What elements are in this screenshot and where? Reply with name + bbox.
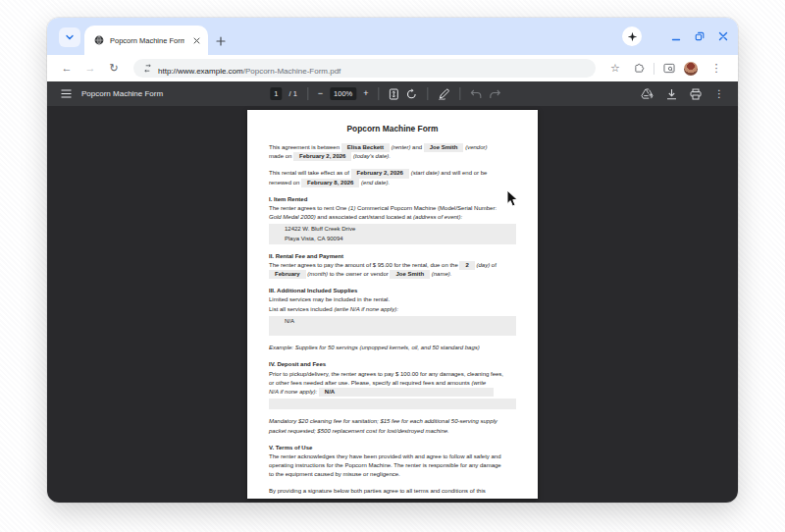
- plus-icon: [216, 36, 226, 46]
- pdf-action-buttons: ⋮: [641, 88, 724, 100]
- doc-text: renewed on: [269, 180, 301, 186]
- doc-text: Popcorn Machine Form: [346, 124, 438, 133]
- doc-text: (end date).: [361, 180, 390, 186]
- doc-line: The renter agrees to pay the amount of $…: [269, 261, 516, 270]
- document-content: Popcorn Machine FormThis agreement is be…: [269, 123, 516, 499]
- toolbar-divider: [307, 87, 308, 100]
- form-field-value[interactable]: Joe Smith: [424, 143, 464, 152]
- undo-icon[interactable]: [471, 89, 483, 99]
- doc-text: (month): [307, 271, 328, 277]
- redo-icon[interactable]: [490, 89, 501, 99]
- form-field-value[interactable]: N/A: [319, 388, 494, 397]
- download-icon[interactable]: [666, 88, 677, 100]
- doc-line: Mandatory $20 cleaning fee for sanitatio…: [269, 417, 516, 426]
- doc-text: made on: [269, 153, 293, 159]
- doc-line: Prior to pickup/delivery, the renter agr…: [269, 370, 516, 379]
- doc-text: and: [410, 144, 423, 150]
- save-to-drive-icon[interactable]: [641, 88, 654, 100]
- reload-button[interactable]: ↻: [104, 63, 124, 74]
- print-icon[interactable]: [690, 88, 702, 100]
- doc-line: made on February 2, 2026 (today's date).: [269, 152, 516, 161]
- new-tab-button[interactable]: [216, 36, 226, 46]
- doc-block-note: Mandatory $20 cleaning fee for sanitatio…: [269, 417, 516, 435]
- doc-text: Mandatory $20 cleaning fee for sanitatio…: [269, 418, 497, 424]
- doc-text: [285, 327, 287, 333]
- profile-avatar[interactable]: [684, 62, 698, 76]
- sparkle-icon[interactable]: [622, 27, 642, 46]
- tab-close-icon[interactable]: [190, 34, 202, 46]
- doc-line: Gold Medal 2000) and associated cart/sta…: [269, 213, 516, 222]
- url-path: /Popcorn-Machine-Form.pdf: [243, 67, 341, 76]
- doc-block-title: Popcorn Machine Form: [269, 123, 516, 134]
- close-icon: [718, 31, 728, 41]
- doc-text: This rental will take effect as of: [269, 170, 351, 176]
- doc-text: Prior to pickup/delivery, the renter agr…: [269, 371, 503, 377]
- doc-block-para: This agreement is between Elisa Beckett …: [269, 143, 516, 161]
- doc-text: (address of event):: [413, 214, 462, 220]
- window-restore-button[interactable]: [695, 31, 705, 41]
- form-field-value[interactable]: February: [269, 270, 306, 279]
- doc-block-fieldblock: [269, 399, 516, 409]
- doc-text: IV. Deposit and Fees: [269, 361, 326, 367]
- fit-page-icon[interactable]: [390, 88, 399, 100]
- url-arrows-icon: [143, 64, 152, 73]
- zoom-level-input[interactable]: 100%: [330, 87, 356, 100]
- back-button[interactable]: ←: [57, 63, 77, 74]
- zoom-out-button[interactable]: −: [318, 89, 323, 98]
- doc-text: List all services included: [269, 306, 334, 312]
- menu-hamburger-icon[interactable]: [61, 89, 72, 98]
- doc-text: III. Additional Included Supplies: [269, 288, 357, 293]
- form-field-value[interactable]: Joe Smith: [390, 270, 430, 279]
- doc-text: and associated cart/stand located at: [316, 214, 413, 220]
- doc-text: V. Terms of Use: [269, 445, 312, 451]
- address-bar[interactable]: http://www.example.com/Popcorn-Machine-F…: [133, 59, 596, 78]
- page-number-input[interactable]: 1: [270, 87, 282, 100]
- window-close-button[interactable]: [718, 31, 728, 41]
- doc-text: operating instructions for the Popcorn M…: [269, 462, 501, 468]
- doc-text: of: [490, 262, 497, 268]
- pdf-document-title: Popcorn Machine Form: [81, 89, 163, 98]
- annotate-pen-icon[interactable]: [439, 88, 450, 100]
- active-tab[interactable]: Popcorn Machine Form.pdf: [84, 26, 208, 55]
- tab-search-button[interactable]: [59, 27, 80, 47]
- doc-text: Gold Medal 2000): [269, 214, 316, 220]
- form-field-value[interactable]: February 8, 2026: [301, 179, 359, 187]
- extensions-icon[interactable]: [634, 63, 645, 74]
- bookmark-star-icon[interactable]: ☆: [605, 63, 625, 74]
- rotate-icon[interactable]: [406, 88, 418, 100]
- window-minimize-button[interactable]: [671, 31, 681, 41]
- doc-block-para: IV. Deposit and FeesPrior to pickup/deli…: [269, 360, 516, 397]
- doc-text: (name).: [432, 271, 452, 277]
- doc-text: The renter acknowledges they have been p…: [269, 453, 500, 459]
- pdf-viewer[interactable]: Popcorn Machine FormThis agreement is be…: [47, 106, 738, 503]
- pdf-page-zoom-controls: 1 / 1 − 100% +: [270, 81, 500, 106]
- doc-line: 12422 W. Bluff Creek Drive: [285, 225, 512, 234]
- doc-line: This rental will take effect as of Febru…: [269, 169, 516, 178]
- zoom-in-button[interactable]: +: [363, 89, 368, 98]
- pdf-page: Popcorn Machine FormThis agreement is be…: [247, 110, 538, 499]
- pdf-menu-icon[interactable]: ⋮: [714, 89, 724, 99]
- doc-text: The renter agrees to rent One: [269, 205, 348, 211]
- form-field-value[interactable]: 2: [459, 261, 474, 270]
- doc-text: (start date): [411, 170, 440, 176]
- doc-line: II. Rental Fee and Payment: [269, 252, 516, 261]
- doc-line: N/A if none apply): N/A: [269, 388, 516, 397]
- doc-text: This agreement is between: [269, 144, 341, 150]
- toolbar-divider: [654, 63, 654, 75]
- page-count-label: / 1: [288, 89, 296, 98]
- search-tabs-icon[interactable]: [663, 63, 675, 74]
- doc-text: N/A if none apply):: [269, 389, 317, 395]
- forward-button[interactable]: →: [80, 63, 100, 74]
- doc-line: List all services included (write N/A if…: [269, 305, 516, 314]
- browser-menu-icon[interactable]: ⋮: [706, 63, 726, 74]
- doc-text: packet requested; $500 replacement cost …: [269, 428, 449, 434]
- form-field-value[interactable]: February 2, 2026: [351, 169, 409, 178]
- toolbar-actions: ☆ ⋮: [605, 62, 728, 76]
- toolbar-divider: [428, 87, 429, 100]
- doc-line: III. Additional Included Supplies: [269, 287, 516, 295]
- doc-line: or other fees needed after use. Please, …: [269, 379, 516, 388]
- desktop-background: Popcorn Machine Form.pdf: [0, 0, 785, 532]
- form-field-value[interactable]: Elisa Beckett: [341, 143, 390, 152]
- doc-line: [285, 399, 512, 408]
- form-field-value[interactable]: February 2, 2026: [293, 152, 351, 161]
